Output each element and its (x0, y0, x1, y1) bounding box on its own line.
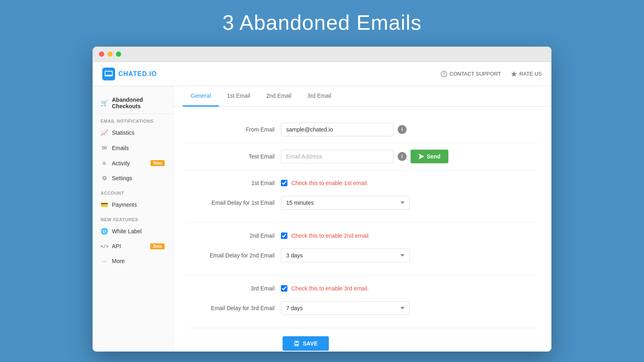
rate-us-label: RATE US (520, 71, 542, 77)
first-email-control: Check this to enable 1st email. (281, 180, 539, 186)
sidebar-item-statistics[interactable]: 📈 Statistics (93, 125, 173, 140)
sidebar-item-white-label[interactable]: 🌐 White Label (93, 224, 173, 239)
first-email-delay-control: 15 minutes 30 minutes 1 hour 2 hours 6 h… (281, 196, 539, 210)
logo-icon (102, 68, 115, 80)
test-email-label: Test Email (186, 153, 275, 160)
test-email-row: Test Email i Send (186, 143, 539, 170)
third-email-delay-control: 1 day 3 days 5 days 7 days 14 days (281, 301, 539, 315)
send-button[interactable]: Send (411, 150, 448, 163)
third-email-checkbox-label[interactable] (281, 285, 287, 292)
from-email-control-group: i (281, 123, 539, 136)
api-badge: Beta (150, 243, 165, 249)
sidebar: 🛒 Abandoned Checkouts Email Notification… (93, 86, 173, 352)
test-email-info-icon[interactable]: i (398, 152, 407, 161)
maximize-button[interactable] (116, 51, 121, 57)
send-label: Send (427, 153, 440, 160)
sidebar-item-activity-label: Activity (112, 160, 130, 167)
svg-text:?: ? (443, 72, 445, 76)
save-button[interactable]: SAVE (283, 336, 329, 351)
first-email-toggle-row: 1st Email Check this to enable 1st email… (186, 177, 539, 189)
browser-window: CHATED.IO ? CONTACT SUPPORT RATE US � (93, 47, 551, 352)
sidebar-item-emails[interactable]: ✉ Emails (93, 140, 173, 156)
sidebar-item-payments[interactable]: 💳 Payments (93, 197, 173, 212)
second-email-checkbox[interactable] (281, 232, 287, 239)
sidebar-item-more[interactable]: ··· More (93, 253, 173, 268)
third-email-section: 3rd Email Check this to enable 3rd email… (186, 276, 539, 328)
first-email-checkbox-label[interactable] (281, 180, 287, 186)
logo[interactable]: CHATED.IO (102, 68, 157, 80)
second-email-toggle-row: 2nd Email Check this to enable 2nd email… (186, 229, 539, 242)
sidebar-section-email-notifications: Email Notifications (93, 114, 173, 125)
first-email-section: 1st Email Check this to enable 1st email… (186, 170, 539, 223)
first-email-section-label: 1st Email (186, 180, 275, 186)
second-email-delay-select[interactable]: 1 day 2 days 3 days 5 days 7 days (281, 249, 410, 262)
main-content: General 1st Email 2nd Email 3rd Email Fr… (173, 86, 551, 352)
svg-marker-5 (511, 71, 517, 77)
second-email-delay-row: Email Delay for 2nd Email 1 day 2 days 3… (186, 242, 539, 269)
close-button[interactable] (99, 51, 104, 57)
second-email-control: Check this to enable 2nd email. (281, 232, 539, 239)
svg-rect-9 (295, 344, 298, 346)
email-icon: ✉ (101, 144, 108, 152)
tab-2nd-email[interactable]: 2nd Email (258, 86, 299, 107)
statistics-icon: 📈 (101, 129, 108, 136)
svg-rect-8 (295, 341, 298, 343)
rate-us-button[interactable]: RATE US (511, 71, 542, 77)
sidebar-item-payments-label: Payments (112, 202, 137, 208)
third-email-toggle-row: 3rd Email Check this to enable 3rd email… (186, 282, 539, 295)
logo-text: CHATED.IO (118, 70, 157, 78)
second-email-enable-text: Check this to enable 2nd email. (291, 232, 370, 239)
tabs-bar: General 1st Email 2nd Email 3rd Email (173, 86, 551, 107)
tab-3rd-email[interactable]: 3rd Email (299, 86, 339, 107)
activity-badge: New (151, 160, 165, 166)
third-email-enable-text: Check this to enable 3rd email. (291, 285, 369, 292)
first-email-delay-row: Email Delay for 1st Email 15 minutes 30 … (186, 189, 539, 216)
first-email-checkbox[interactable] (281, 180, 287, 186)
contact-support-label: CONTACT SUPPORT (450, 71, 501, 77)
first-email-delay-select[interactable]: 15 minutes 30 minutes 1 hour 2 hours 6 h… (281, 196, 410, 210)
globe-icon: 🌐 (101, 228, 108, 235)
sidebar-item-white-label-label: White Label (112, 228, 142, 234)
header-actions: ? CONTACT SUPPORT RATE US (441, 71, 542, 77)
save-label: SAVE (303, 340, 318, 347)
from-email-label: From Email (186, 126, 275, 133)
sidebar-section-new-features: New Features (93, 212, 173, 224)
sidebar-item-activity[interactable]: ≡ Activity New (93, 156, 173, 171)
second-email-checkbox-label[interactable] (281, 232, 287, 239)
contact-support-button[interactable]: ? CONTACT SUPPORT (441, 71, 501, 77)
first-email-enable-text: Check this to enable 1st email. (291, 180, 368, 186)
second-email-delay-control: 1 day 2 days 3 days 5 days 7 days (281, 249, 539, 262)
second-email-delay-label: Email Delay for 2nd Email (186, 252, 275, 259)
sidebar-section-account: Account (93, 186, 173, 197)
cart-icon: 🛒 (101, 99, 108, 107)
from-email-row: From Email i (186, 116, 539, 143)
sidebar-item-api[interactable]: </> API Beta (93, 239, 173, 253)
sidebar-item-settings-label: Settings (112, 175, 132, 181)
sidebar-item-settings[interactable]: ⚙ Settings (93, 171, 173, 186)
second-email-section-label: 2nd Email (186, 232, 275, 239)
third-email-checkbox[interactable] (281, 285, 287, 292)
page-title: 3 Abandoned Emails (222, 10, 421, 35)
app-body: 🛒 Abandoned Checkouts Email Notification… (93, 86, 551, 352)
sidebar-item-api-label: API (112, 243, 121, 249)
minimize-button[interactable] (107, 51, 113, 57)
sidebar-item-abandoned-checkouts[interactable]: 🛒 Abandoned Checkouts (93, 93, 173, 114)
second-email-section: 2nd Email Check this to enable 2nd email… (186, 223, 539, 276)
api-icon: </> (101, 244, 108, 249)
svg-rect-2 (107, 76, 110, 76)
app-header: CHATED.IO ? CONTACT SUPPORT RATE US (93, 62, 551, 86)
from-email-info-icon[interactable]: i (398, 125, 407, 134)
from-email-input[interactable] (281, 123, 394, 136)
sidebar-item-more-label: More (112, 258, 125, 264)
test-email-input[interactable] (281, 150, 394, 163)
activity-icon: ≡ (101, 160, 108, 167)
settings-icon: ⚙ (101, 175, 108, 182)
title-bar (93, 47, 551, 62)
payments-icon: 💳 (101, 201, 108, 208)
first-email-delay-label: Email Delay for 1st Email (186, 200, 275, 206)
tab-general[interactable]: General (183, 86, 219, 107)
third-email-delay-select[interactable]: 1 day 3 days 5 days 7 days 14 days (281, 301, 410, 315)
tab-1st-email[interactable]: 1st Email (219, 86, 258, 107)
third-email-section-label: 3rd Email (186, 285, 275, 292)
svg-marker-6 (419, 154, 424, 159)
